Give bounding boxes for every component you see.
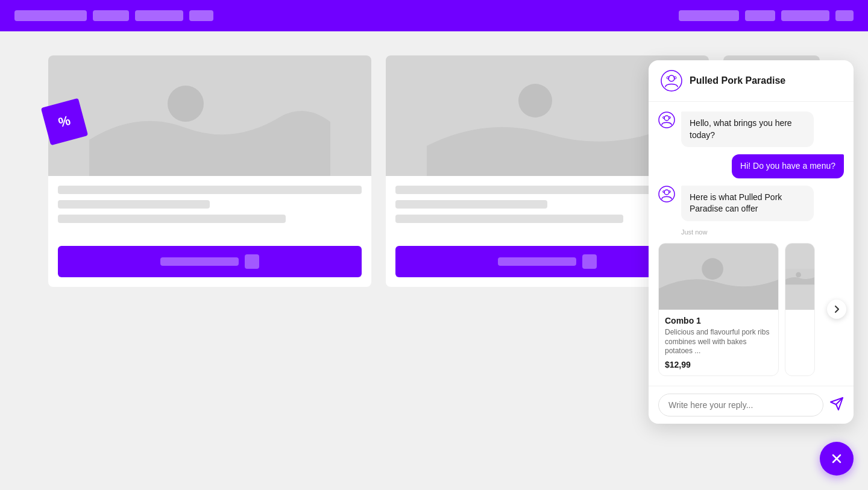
svg-point-21 bbox=[796, 272, 801, 278]
nav-item-3[interactable] bbox=[189, 10, 213, 21]
btn-icon-skeleton-1 bbox=[245, 254, 259, 269]
menu-card-title-1: Combo 1 bbox=[665, 316, 772, 325]
nav-item-2[interactable] bbox=[135, 10, 183, 21]
send-icon bbox=[829, 397, 844, 411]
menu-card-image-2 bbox=[785, 243, 814, 310]
chat-header: Pulled Pork Paradise bbox=[649, 60, 854, 102]
menu-card-desc-1: Delicious and flavourful pork ribs combi… bbox=[665, 328, 772, 356]
menu-card-1[interactable]: Combo 1 Delicious and flavourful pork ri… bbox=[658, 243, 779, 376]
svg-point-6 bbox=[661, 71, 682, 91]
bot-message-2: Here is what Pulled Pork Paradise can of… bbox=[658, 186, 844, 221]
user-message-1: Hi! Do you have a menu? bbox=[658, 154, 844, 178]
header-action-4[interactable] bbox=[835, 10, 854, 21]
chat-widget: Pulled Pork Paradise Hello, what brings … bbox=[649, 60, 854, 424]
svg-point-15 bbox=[664, 190, 669, 195]
menu-card-2[interactable] bbox=[785, 243, 815, 376]
nav-item-1[interactable] bbox=[93, 10, 129, 21]
btn-icon-skeleton-2 bbox=[582, 254, 597, 269]
card-desc-skeleton-2 bbox=[395, 215, 623, 223]
header-left bbox=[14, 10, 213, 21]
card-title-skeleton-1 bbox=[58, 186, 362, 194]
menu-cards-list: Combo 1 Delicious and flavourful pork ri… bbox=[658, 243, 844, 376]
card-image-1 bbox=[48, 55, 371, 176]
product-card-1 bbox=[48, 55, 371, 287]
svg-point-12 bbox=[663, 117, 665, 119]
logo-skeleton bbox=[14, 10, 87, 21]
header-right bbox=[679, 10, 854, 21]
chat-input[interactable] bbox=[658, 394, 823, 416]
bot-avatar-1 bbox=[658, 112, 675, 128]
svg-point-7 bbox=[668, 75, 675, 81]
svg-point-17 bbox=[669, 190, 671, 192]
message-timestamp: Just now bbox=[681, 228, 844, 236]
header-action-2[interactable] bbox=[745, 10, 775, 21]
card-desc-skeleton-1 bbox=[58, 215, 286, 223]
svg-point-19 bbox=[702, 258, 723, 280]
send-button[interactable] bbox=[829, 397, 844, 413]
svg-point-10 bbox=[659, 112, 675, 128]
btn-label-skeleton-2 bbox=[498, 257, 576, 266]
menu-nav-arrow[interactable] bbox=[827, 300, 846, 319]
card-subtitle-skeleton-2 bbox=[395, 200, 547, 209]
chat-restaurant-icon bbox=[661, 70, 682, 92]
bot-message-bubble-1: Hello, what brings you here today? bbox=[681, 112, 814, 147]
chat-fab-button[interactable] bbox=[820, 442, 854, 476]
chat-restaurant-name: Pulled Pork Paradise bbox=[690, 75, 785, 86]
svg-point-11 bbox=[664, 116, 669, 121]
chat-input-area bbox=[649, 386, 854, 424]
header-action-1[interactable] bbox=[679, 10, 739, 21]
user-message-bubble-1: Hi! Do you have a menu? bbox=[732, 154, 844, 178]
header-action-3[interactable] bbox=[781, 10, 829, 21]
svg-point-14 bbox=[659, 186, 675, 202]
bot-message-1: Hello, what brings you here today? bbox=[658, 112, 844, 147]
close-icon bbox=[829, 451, 844, 466]
btn-label-skeleton-1 bbox=[160, 257, 239, 266]
card-body-1 bbox=[48, 176, 371, 239]
menu-card-body-1: Combo 1 Delicious and flavourful pork ri… bbox=[659, 310, 778, 375]
svg-point-3 bbox=[518, 84, 552, 118]
card-button-1[interactable] bbox=[58, 246, 362, 277]
svg-point-16 bbox=[663, 190, 665, 192]
menu-cards-wrapper: Combo 1 Delicious and flavourful pork ri… bbox=[658, 243, 844, 376]
bot-message-bubble-2: Here is what Pulled Pork Paradise can of… bbox=[681, 186, 814, 221]
svg-point-1 bbox=[168, 86, 204, 122]
svg-point-13 bbox=[669, 117, 671, 119]
header bbox=[0, 0, 868, 31]
card-subtitle-skeleton-1 bbox=[58, 200, 210, 209]
menu-card-image-1 bbox=[659, 243, 778, 310]
discount-label: % bbox=[57, 113, 72, 131]
chat-messages: Hello, what brings you here today? Hi! D… bbox=[649, 102, 854, 386]
menu-card-price-1: $12,99 bbox=[665, 360, 772, 369]
bot-avatar-2 bbox=[658, 186, 675, 203]
